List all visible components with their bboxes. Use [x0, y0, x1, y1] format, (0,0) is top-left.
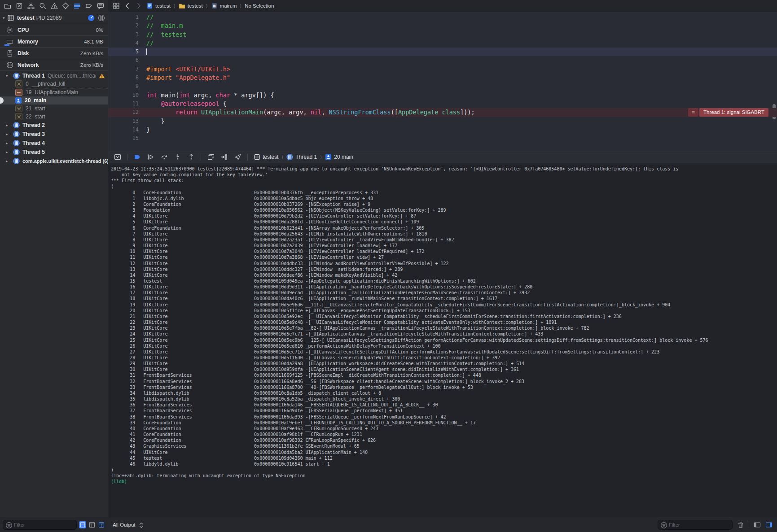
flatten-stack-toggle-icon[interactable]: [79, 521, 86, 528]
hide-debug-area-icon[interactable]: [114, 153, 121, 161]
code-line[interactable]: 9: [108, 82, 777, 91]
code-line[interactable]: 14}: [108, 126, 777, 134]
line-number[interactable]: 6: [108, 56, 139, 65]
jump-bar-item[interactable]: testest: [146, 3, 171, 9]
debug-console-output[interactable]: 2019-04-23 11:35:24.511263+0900 testest[…: [108, 163, 777, 517]
code-line[interactable]: 15: [108, 134, 777, 143]
line-number[interactable]: 7: [108, 65, 139, 74]
console-filter-input[interactable]: [668, 522, 730, 528]
thread-row[interactable]: ▸Thread 2: [0, 121, 108, 130]
code-line[interactable]: 12 return UIApplicationMain(argc, argv, …: [108, 108, 777, 117]
forward-button[interactable]: [135, 2, 142, 9]
process-row[interactable]: ▾testestPID 22089: [0, 12, 108, 24]
code-line[interactable]: 8#import "AppDelegate.h": [108, 74, 777, 82]
view-mode-icon[interactable]: [98, 521, 105, 528]
source-editor[interactable]: 1//2// main.m3// testest4//567#import <U…: [108, 12, 777, 151]
simulate-location-icon[interactable]: [234, 153, 241, 161]
thread-row[interactable]: ▾Thread 1Queue: com....thread (serial): [0, 71, 108, 80]
related-items-icon[interactable]: [113, 2, 120, 9]
line-number[interactable]: 4: [108, 39, 139, 48]
disclosure-triangle[interactable]: ▸: [6, 132, 10, 136]
clear-console-icon[interactable]: [737, 521, 744, 528]
console-line: 4 UIKitCore 0x000000010d79b2d2 -[UIViewC…: [111, 213, 777, 219]
back-button[interactable]: [124, 2, 131, 9]
line-number[interactable]: 12: [108, 108, 139, 117]
debug-navigator-icon[interactable]: [73, 2, 81, 10]
stack-frame-row[interactable]: 21start: [0, 105, 108, 113]
line-number[interactable]: 5: [108, 48, 139, 56]
stack-frame-row[interactable]: 19UIApplicationMain: [0, 88, 108, 96]
line-number[interactable]: 2: [108, 22, 139, 30]
issue-navigator-icon[interactable]: [50, 2, 58, 10]
thread-view-toggle-icon[interactable]: [97, 14, 105, 22]
gauge-row-disk[interactable]: DiskZero KB/s: [0, 48, 108, 59]
thread-row[interactable]: ▸Thread 4: [0, 139, 108, 148]
gauge-row-network[interactable]: NetworkZero KB/s: [0, 59, 108, 71]
jump-bar-item[interactable]: testest: [179, 3, 203, 9]
divider: [749, 521, 749, 528]
breakpoints-enabled-icon[interactable]: [133, 153, 141, 161]
show-variables-view-icon[interactable]: [754, 521, 761, 528]
disclosure-triangle[interactable]: ▸: [6, 141, 10, 145]
thread-row[interactable]: ▸Thread 5: [0, 148, 108, 157]
breakpoint-navigator-icon[interactable]: [85, 2, 93, 10]
gauge-row-memory[interactable]: Memory48.1 MB: [0, 36, 108, 48]
jump-bar-item[interactable]: mmain.m: [211, 3, 237, 9]
gauge-row-cpu[interactable]: CPU0%: [0, 24, 108, 36]
console-scope-selector[interactable]: All Output: [113, 522, 144, 528]
memory-graph-icon[interactable]: [220, 153, 228, 161]
test-navigator-icon[interactable]: [61, 2, 70, 10]
disclosure-triangle[interactable]: ▸: [6, 123, 10, 127]
show-crashed-threads-icon[interactable]: [88, 521, 96, 528]
disclosure-triangle[interactable]: ▸: [6, 150, 10, 154]
line-number[interactable]: 14: [108, 126, 139, 134]
code-line[interactable]: 1//: [108, 13, 777, 22]
stack-frame-row[interactable]: 22start: [0, 113, 108, 121]
code-line[interactable]: 5: [108, 48, 777, 56]
report-navigator-icon[interactable]: [97, 2, 105, 10]
debug-breadcrumb-item[interactable]: testest: [254, 154, 278, 161]
code-line[interactable]: 4//: [108, 39, 777, 48]
step-out-icon[interactable]: [187, 153, 195, 161]
runtime-error-badge[interactable]: =Thread 1: signal SIGABRT: [688, 108, 768, 117]
code-line[interactable]: 11 @autoreleasepool {: [108, 100, 777, 108]
debug-breadcrumb-item[interactable]: 20 main: [325, 154, 353, 161]
line-number[interactable]: 15: [108, 134, 139, 143]
continue-icon[interactable]: [147, 153, 154, 161]
find-navigator-icon[interactable]: [39, 2, 47, 10]
thread-row[interactable]: ▸com.apple.uikit.eventfetch-thread (6): [0, 157, 108, 166]
disclosure-triangle[interactable]: ▸: [6, 159, 10, 163]
jump-bar-item[interactable]: No Selection: [245, 3, 274, 9]
code-line[interactable]: 10int main(int argc, char * argv[]) {: [108, 91, 777, 100]
line-number[interactable]: 9: [108, 82, 139, 91]
debug-breadcrumb-item[interactable]: Thread 1: [286, 154, 317, 161]
code-line[interactable]: 13 }: [108, 117, 777, 126]
code-line[interactable]: 3// testest: [108, 31, 777, 39]
symbol-navigator-icon[interactable]: [27, 2, 35, 10]
gauges-toggle-icon[interactable]: [87, 14, 95, 22]
line-number[interactable]: 8: [108, 74, 139, 82]
line-number[interactable]: 13: [108, 117, 139, 126]
thread-label: Thread 1: [22, 73, 45, 79]
console-filter-field[interactable]: [658, 520, 733, 530]
code-line[interactable]: 7#import <UIKit/UIKit.h>: [108, 65, 777, 74]
line-number[interactable]: 11: [108, 100, 139, 108]
disclosure-triangle[interactable]: ▾: [3, 16, 7, 20]
stack-frame-row[interactable]: 20main: [0, 96, 108, 105]
project-navigator-icon[interactable]: [4, 2, 12, 10]
source-control-navigator-icon[interactable]: [15, 2, 23, 10]
step-over-icon[interactable]: [160, 153, 168, 161]
step-into-icon[interactable]: [174, 153, 181, 161]
navigator-filter-field[interactable]: [3, 520, 77, 530]
view-ui-hierarchy-icon[interactable]: [207, 153, 215, 161]
show-console-view-icon[interactable]: [765, 521, 773, 528]
line-number[interactable]: 1: [108, 13, 139, 22]
thread-row[interactable]: ▸Thread 3: [0, 130, 108, 139]
disclosure-triangle[interactable]: ▾: [6, 74, 10, 78]
line-number[interactable]: 10: [108, 91, 139, 100]
line-number[interactable]: 3: [108, 31, 139, 39]
navigator-filter-input[interactable]: [13, 522, 74, 528]
code-line[interactable]: 2// main.m: [108, 22, 777, 30]
stack-frame-row[interactable]: 0__pthread_kill: [0, 80, 108, 88]
code-line[interactable]: 6: [108, 56, 777, 65]
